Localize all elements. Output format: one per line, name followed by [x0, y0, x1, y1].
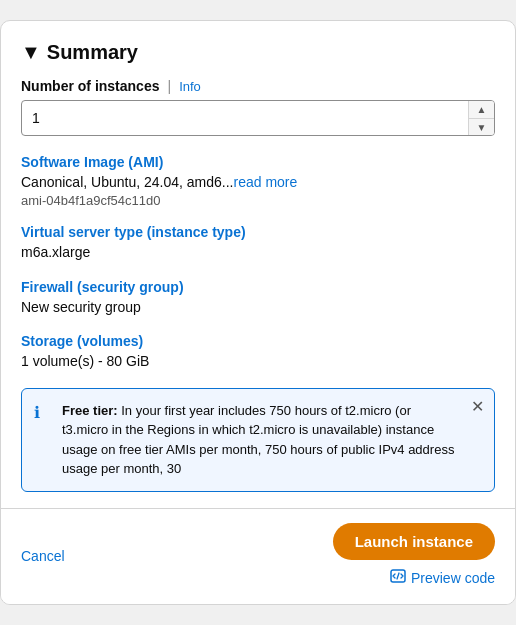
ami-id: ami-04b4f1a9cf54c11d0	[21, 193, 495, 208]
preview-code-icon	[390, 568, 406, 588]
firewall-link[interactable]: Firewall (security group)	[21, 279, 495, 295]
software-image-value: Canonical, Ubuntu, 24.04, amd6...read mo…	[21, 173, 495, 193]
spinner-buttons: ▲ ▼	[468, 101, 494, 135]
storage-value: 1 volume(s) - 80 GiB	[21, 352, 495, 372]
software-image-link[interactable]: Software Image (AMI)	[21, 154, 495, 170]
free-tier-banner: ℹ ✕ Free tier: In your first year includ…	[21, 388, 495, 492]
virtual-server-value: m6a.xlarge	[21, 243, 495, 263]
collapse-arrow-icon[interactable]: ▼	[21, 41, 41, 64]
firewall-value: New security group	[21, 298, 495, 318]
storage-section: Storage (volumes) 1 volume(s) - 80 GiB	[21, 333, 495, 372]
footer: Cancel Launch instance Preview code	[1, 509, 515, 604]
banner-close-button[interactable]: ✕	[471, 399, 484, 415]
summary-title-text: Summary	[47, 41, 138, 64]
read-more-link[interactable]: read more	[233, 174, 297, 190]
firewall-section: Firewall (security group) New security g…	[21, 279, 495, 318]
panel-body: ▼ Summary Number of instances | Info ▲ ▼…	[1, 21, 515, 507]
summary-panel: ▼ Summary Number of instances | Info ▲ ▼…	[0, 20, 516, 604]
banner-text: Free tier: In your first year includes 7…	[62, 403, 454, 477]
virtual-server-link[interactable]: Virtual server type (instance type)	[21, 224, 495, 240]
instances-label: Number of instances	[21, 78, 159, 94]
launch-instance-button[interactable]: Launch instance	[333, 523, 495, 560]
spinner-up-button[interactable]: ▲	[469, 101, 494, 119]
software-image-section: Software Image (AMI) Canonical, Ubuntu, …	[21, 154, 495, 208]
right-actions: Launch instance Preview code	[333, 523, 495, 590]
storage-link[interactable]: Storage (volumes)	[21, 333, 495, 349]
preview-code-button[interactable]: Preview code	[390, 566, 495, 590]
spinner-down-button[interactable]: ▼	[469, 119, 494, 136]
instances-input[interactable]	[21, 100, 495, 136]
instances-label-row: Number of instances | Info	[21, 78, 495, 94]
cancel-button[interactable]: Cancel	[21, 544, 65, 568]
info-link[interactable]: Info	[179, 79, 201, 94]
virtual-server-section: Virtual server type (instance type) m6a.…	[21, 224, 495, 263]
instances-input-wrapper: ▲ ▼	[21, 100, 495, 136]
info-circle-icon: ℹ	[34, 401, 40, 425]
preview-code-label: Preview code	[411, 570, 495, 586]
summary-heading: ▼ Summary	[21, 41, 495, 64]
